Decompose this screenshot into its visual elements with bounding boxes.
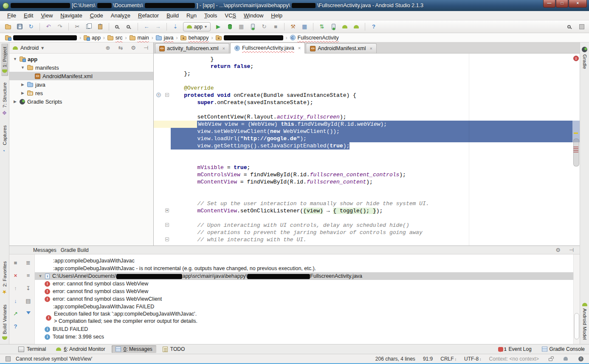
tool-window-tab-gradle[interactable]: Gradle: [581, 44, 588, 72]
tool-window-tab-android-model[interactable]: Android Model: [581, 300, 588, 343]
code-line[interactable]: mContentView = findViewById(R.id.fullscr…: [154, 178, 580, 186]
tree-arrow-icon[interactable]: ▶: [20, 82, 25, 87]
menu-vcs[interactable]: VCS: [221, 11, 240, 20]
code-line[interactable]: ↑− protected void onCreate(Bundle savedI…: [154, 92, 580, 99]
code-line[interactable]: − // Upon interacting with UI controls, …: [154, 222, 580, 229]
code-line[interactable]: mVisible = true;: [154, 164, 580, 171]
coverage-button[interactable]: ▦: [237, 22, 245, 31]
gear-button[interactable]: ⚙: [554, 245, 562, 255]
message-row[interactable]: :app:compileDebugJavaWithJavac - is not …: [35, 265, 580, 272]
rerun-button[interactable]: ↻: [260, 22, 268, 31]
collapse-button[interactable]: ≡: [23, 271, 34, 280]
breadcrumb-item-fullscreenactivity[interactable]: CFullscreenActivity: [288, 35, 341, 41]
split-button[interactable]: ⇆: [117, 43, 124, 53]
avd-button[interactable]: [330, 22, 337, 31]
tree-arrow-icon[interactable]: ▼: [20, 65, 25, 70]
code-line[interactable]: [154, 150, 580, 157]
fold-marker-icon[interactable]: −: [165, 237, 169, 241]
menu-help[interactable]: Help: [267, 11, 286, 20]
code-line[interactable]: view.loadUrl("http://google.de");: [154, 135, 580, 142]
message-row[interactable]: !error: cannot find symbol class WebView: [35, 288, 580, 295]
code-gutter[interactable]: +: [154, 207, 171, 214]
stop-button[interactable]: ■: [272, 22, 279, 31]
menu-navigate[interactable]: Navigate: [56, 11, 86, 20]
bottom-tab-6-android-monitor[interactable]: 6: Android Monitor: [52, 345, 109, 353]
wrench-button[interactable]: ⚒: [289, 22, 297, 31]
code-line[interactable]: // operations to prevent the jarring beh…: [154, 229, 580, 236]
gear-button[interactable]: ⚙: [130, 43, 137, 53]
message-row[interactable]: iBUILD FAILED: [35, 325, 580, 333]
close-icon[interactable]: ×: [369, 46, 372, 51]
messages-tab-gradle-build[interactable]: Gradle Build: [61, 247, 89, 253]
tree-arrow-icon[interactable]: ▼: [13, 57, 17, 61]
breadcrumb-item-java[interactable]: java: [154, 35, 175, 41]
paste-button[interactable]: [96, 22, 104, 31]
code-line[interactable]: [154, 214, 580, 222]
close-button[interactable]: ×: [569, 0, 587, 8]
context-widget[interactable]: Context: <no context>: [489, 356, 539, 362]
forward-button[interactable]: →: [154, 22, 162, 31]
export-button[interactable]: ↧: [23, 283, 34, 293]
compile-button[interactable]: ⇣: [172, 22, 179, 31]
tree-arrow-icon[interactable]: ▶: [13, 99, 17, 104]
code-line[interactable]: WebView view = (WebView) this.findViewBy…: [154, 121, 580, 128]
menu-analyze[interactable]: Analyze: [107, 11, 134, 20]
menu-tools[interactable]: Tools: [200, 11, 221, 20]
debug-button[interactable]: [226, 22, 234, 31]
button-gradle-console[interactable]: Gradle Console: [542, 346, 585, 352]
code-line[interactable]: [154, 157, 580, 164]
bottom-tab-todo[interactable]: TODO: [159, 345, 189, 353]
code-line[interactable]: // Set up the user interaction to manual…: [154, 200, 580, 207]
fold-marker-icon[interactable]: −: [165, 223, 169, 227]
breadcrumb-item-src[interactable]: src: [106, 35, 124, 41]
frame-switcher-button[interactable]: [578, 22, 586, 31]
sync-button[interactable]: ↻: [27, 22, 35, 31]
breadcrumb-item-main[interactable]: main: [128, 35, 151, 41]
close-icon[interactable]: ×: [298, 45, 301, 51]
filter-button[interactable]: [23, 309, 34, 318]
back-button[interactable]: ←: [143, 22, 150, 31]
menu-run[interactable]: Run: [183, 11, 200, 20]
dark-icon-button[interactable]: !: [577, 354, 585, 364]
help-button[interactable]: ?: [10, 322, 21, 331]
editor-tab-androidmanifest-xml[interactable]: <>AndroidManifest.xml×: [306, 43, 377, 53]
code-gutter[interactable]: −: [154, 222, 171, 229]
editor-tab-fullscreenactivity-java[interactable]: CFullscreenActivity.java×: [230, 42, 305, 54]
help-button[interactable]: ?: [370, 22, 378, 31]
copy-button[interactable]: [85, 22, 93, 31]
close-icon[interactable]: ×: [223, 46, 225, 51]
stripe-caret-mark[interactable]: [574, 133, 578, 134]
sdk-button[interactable]: [341, 22, 349, 31]
code-line[interactable]: view.setWebViewClient(new WebViewClient(…: [154, 128, 580, 135]
hide-button[interactable]: ⊣: [568, 245, 575, 255]
code-line[interactable]: @Override: [154, 85, 580, 92]
monitor-button[interactable]: [352, 22, 360, 31]
maximize-button[interactable]: □: [556, 0, 568, 8]
editor-scrollbar-thumb[interactable]: [573, 138, 579, 166]
code-line[interactable]: − // while interacting with the UI.: [154, 236, 580, 243]
expand-button[interactable]: ≣: [23, 258, 34, 267]
prev-button[interactable]: ↑: [10, 283, 21, 293]
message-row[interactable]: !Execution failed for task ':app:compile…: [35, 310, 580, 325]
errors-in-file-badge[interactable]: !: [573, 56, 579, 61]
code-line[interactable]: view.getSettings().setJavaScriptEnabled(…: [154, 142, 580, 150]
project-view-selector[interactable]: Android: [20, 45, 39, 51]
tree-item-res[interactable]: ▶res: [9, 89, 153, 97]
stop-button[interactable]: ■: [10, 258, 21, 267]
caret-position[interactable]: 91:9: [423, 356, 433, 362]
breadcrumb-item-behappy[interactable]: behappy: [179, 35, 211, 41]
attach-button[interactable]: [249, 22, 256, 31]
search-everywhere-button[interactable]: [566, 22, 574, 31]
find-button[interactable]: [114, 22, 121, 31]
tool-window-tab-captures[interactable]: ◔Captures: [1, 122, 8, 157]
override-icon[interactable]: ↑: [156, 93, 161, 97]
menu-build[interactable]: Build: [163, 11, 183, 20]
menu-view[interactable]: View: [37, 11, 56, 20]
error-stripe[interactable]: !: [572, 54, 580, 245]
tree-item-gradle-scripts[interactable]: ▶Gradle Scripts: [9, 97, 153, 106]
code-line[interactable]: [154, 106, 580, 113]
editor-tab-activity-fullscreen-xml[interactable]: <>activity_fullscreen.xml×: [155, 43, 229, 53]
tree-arrow-icon[interactable]: ▶: [20, 91, 25, 95]
tool-window-tab-1-project[interactable]: 1: Project: [1, 44, 8, 76]
tree-item-manifests[interactable]: ▼manifests: [9, 63, 153, 72]
